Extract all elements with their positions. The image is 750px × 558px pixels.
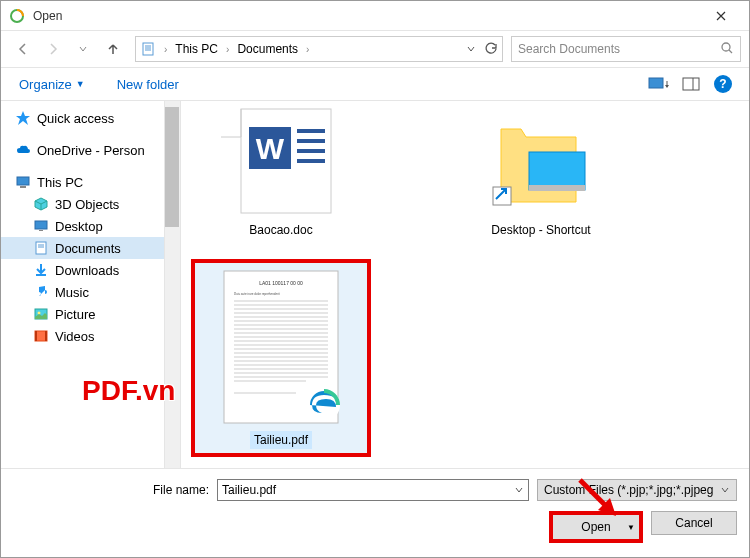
svg-point-5 (722, 43, 730, 51)
sidebar-item-desktop[interactable]: Desktop (1, 215, 180, 237)
sidebar-item-label: Videos (55, 329, 95, 344)
sidebar-item-label: Downloads (55, 263, 119, 278)
nav-bar: › This PC › Documents › Search Documents (1, 31, 749, 67)
open-button-label: Open (581, 520, 610, 534)
file-thumbnail: W (211, 107, 351, 217)
address-bar[interactable]: › This PC › Documents › (135, 36, 503, 62)
chevron-right-icon: › (164, 44, 167, 55)
breadcrumb-documents[interactable]: Documents (233, 40, 302, 58)
view-mode-button[interactable] (645, 72, 673, 96)
sidebar-scrollbar[interactable] (164, 101, 180, 468)
file-label: Desktop - Shortcut (487, 221, 594, 239)
bottom-bar: File name: Tailieu.pdf Custom Files (*.p… (1, 468, 749, 557)
file-thumbnail: LA01 100117 00 00 Duis aute irure dolor … (216, 267, 346, 427)
close-button[interactable] (701, 2, 741, 30)
chevron-down-icon[interactable] (514, 485, 524, 495)
svg-rect-13 (35, 221, 47, 229)
filter-text: Custom Files (*.pjp;*.jpg;*.pjpeg (544, 483, 713, 497)
new-folder-button[interactable]: New folder (111, 73, 185, 96)
filename-input[interactable]: Tailieu.pdf (217, 479, 529, 501)
organize-menu[interactable]: Organize▼ (13, 73, 91, 96)
sidebar-item-quick-access[interactable]: Quick access (1, 107, 180, 129)
file-label: Tailieu.pdf (250, 431, 312, 449)
sidebar-item-label: 3D Objects (55, 197, 119, 212)
cloud-icon (15, 142, 31, 158)
preview-pane-button[interactable] (677, 72, 705, 96)
open-dialog: Open › This PC › Documents › Search Docu… (0, 0, 750, 558)
file-item-baocao[interactable]: W Baocao.doc (191, 107, 371, 239)
sidebar-item-downloads[interactable]: Downloads (1, 259, 180, 281)
refresh-icon[interactable] (484, 42, 498, 56)
documents-icon (140, 41, 156, 57)
back-button[interactable] (9, 35, 37, 63)
svg-rect-8 (683, 78, 699, 90)
desktop-icon (33, 218, 49, 234)
filename-label: File name: (153, 483, 209, 497)
sidebar-item-label: Music (55, 285, 89, 300)
sidebar-item-this-pc[interactable]: This PC (1, 171, 180, 193)
svg-rect-31 (529, 152, 585, 190)
music-icon (33, 284, 49, 300)
svg-text:W: W (256, 132, 285, 165)
sidebar-item-documents[interactable]: Documents (1, 237, 180, 259)
3d-icon (33, 196, 49, 212)
sidebar-item-music[interactable]: Music (1, 281, 180, 303)
split-caret-icon: ▼ (627, 523, 635, 532)
sidebar-item-label: OneDrive - Person (37, 143, 145, 158)
chevron-down-icon (720, 485, 730, 495)
sidebar-item-pictures[interactable]: Picture (1, 303, 180, 325)
pc-icon (15, 174, 31, 190)
search-placeholder: Search Documents (518, 42, 620, 56)
scrollbar-thumb[interactable] (165, 107, 179, 227)
recent-dropdown[interactable] (69, 35, 97, 63)
chevron-right-icon: › (226, 44, 229, 55)
picture-icon (33, 306, 49, 322)
app-icon (9, 8, 25, 24)
forward-button[interactable] (39, 35, 67, 63)
sidebar-item-onedrive[interactable]: OneDrive - Person (1, 139, 180, 161)
filename-value: Tailieu.pdf (222, 483, 276, 497)
svg-text:LA01 100117 00 00: LA01 100117 00 00 (259, 280, 303, 286)
svg-rect-15 (36, 242, 46, 254)
file-list[interactable]: W Baocao.doc (181, 101, 749, 468)
file-thumbnail (471, 107, 611, 217)
star-icon (15, 110, 31, 126)
file-item-desktop-shortcut[interactable]: Desktop - Shortcut (451, 107, 631, 239)
toolbar: Organize▼ New folder ? (1, 67, 749, 101)
svg-rect-14 (39, 230, 43, 231)
help-icon: ? (714, 75, 732, 93)
chevron-right-icon: › (306, 44, 309, 55)
search-icon (720, 41, 734, 58)
svg-rect-12 (20, 186, 26, 188)
download-icon (33, 262, 49, 278)
svg-line-6 (729, 50, 732, 53)
svg-text:Duis aute irure dolor reprehen: Duis aute irure dolor reprehenderit (234, 292, 280, 296)
file-label: Baocao.doc (245, 221, 316, 239)
cancel-button-label: Cancel (675, 516, 712, 530)
cancel-button[interactable]: Cancel (651, 511, 737, 535)
window-title: Open (33, 9, 701, 23)
sidebar-item-3d-objects[interactable]: 3D Objects (1, 193, 180, 215)
sidebar-item-label: This PC (37, 175, 83, 190)
sidebar-item-videos[interactable]: Videos (1, 325, 180, 347)
svg-rect-7 (649, 78, 663, 88)
svg-rect-11 (17, 177, 29, 185)
main-area: Quick access OneDrive - Person This PC 3… (1, 101, 749, 468)
svg-marker-10 (16, 111, 30, 125)
up-button[interactable] (99, 35, 127, 63)
svg-rect-32 (529, 185, 585, 191)
documents-icon (33, 240, 49, 256)
svg-rect-1 (143, 43, 153, 55)
sidebar-item-label: Documents (55, 241, 121, 256)
search-input[interactable]: Search Documents (511, 36, 741, 62)
sidebar-item-label: Quick access (37, 111, 114, 126)
svg-rect-23 (45, 331, 47, 341)
help-button[interactable]: ? (709, 72, 737, 96)
breadcrumb-this-pc[interactable]: This PC (171, 40, 222, 58)
video-icon (33, 328, 49, 344)
file-item-tailieu[interactable]: LA01 100117 00 00 Duis aute irure dolor … (191, 259, 371, 457)
chevron-down-icon[interactable] (466, 44, 476, 54)
filetype-filter[interactable]: Custom Files (*.pjp;*.jpg;*.pjpeg (537, 479, 737, 501)
sidebar-item-label: Desktop (55, 219, 103, 234)
open-button[interactable]: Open ▼ (549, 511, 643, 543)
